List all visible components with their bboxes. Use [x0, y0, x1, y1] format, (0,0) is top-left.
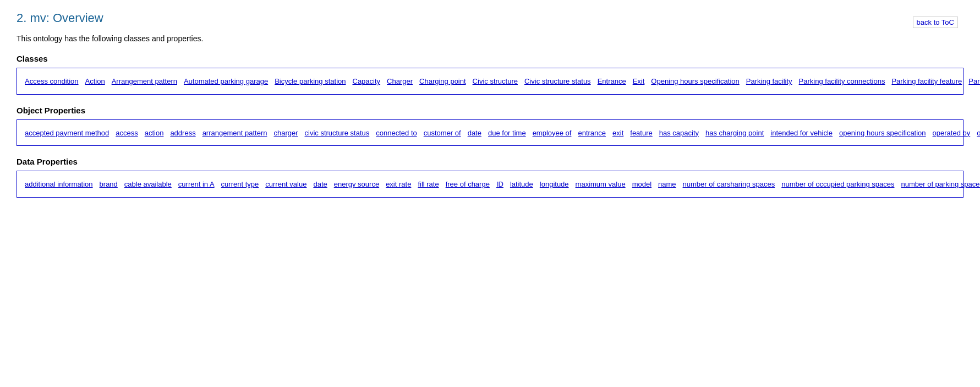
- link-operated-by[interactable]: operated by: [933, 129, 971, 137]
- link-action[interactable]: action: [145, 129, 164, 137]
- link-has-charging-point[interactable]: has charging point: [705, 129, 764, 137]
- intro-text: This ontology has the following classes …: [17, 34, 963, 43]
- link-civic-structure-status[interactable]: civic structure status: [305, 129, 370, 137]
- link-civic-structure-status[interactable]: Civic structure status: [524, 77, 591, 85]
- link-intended-for-vehicle[interactable]: intended for vehicle: [770, 129, 833, 137]
- link-current-type[interactable]: current type: [221, 180, 259, 188]
- link-exit[interactable]: exit: [612, 129, 623, 137]
- link-access-condition[interactable]: Access condition: [25, 77, 79, 85]
- link-fill-rate[interactable]: fill rate: [418, 180, 439, 188]
- link-date[interactable]: date: [468, 129, 481, 137]
- link-automated-parking-garage[interactable]: Automated parking garage: [184, 77, 268, 85]
- link-id[interactable]: ID: [496, 180, 503, 188]
- link-parking-facility-connections[interactable]: Parking facility connections: [799, 77, 885, 85]
- link-latitude[interactable]: latitude: [510, 180, 533, 188]
- link-opening-hours-specification[interactable]: opening hours specification: [839, 129, 926, 137]
- section-box-object-properties: accepted payment methodaccessactionaddre…: [17, 119, 963, 146]
- link-exit-rate[interactable]: exit rate: [386, 180, 411, 188]
- section-box-data-properties: additional informationbrandcable availab…: [17, 171, 963, 198]
- link-address[interactable]: address: [170, 129, 195, 137]
- link-name[interactable]: name: [658, 180, 676, 188]
- link-charger[interactable]: Charger: [387, 77, 413, 85]
- link-due-for-time[interactable]: due for time: [488, 129, 526, 137]
- link-current-in-a[interactable]: current in A: [178, 180, 215, 188]
- link-bicycle-parking-station[interactable]: Bicycle parking station: [275, 77, 346, 85]
- link-number-of-carsharing-spaces[interactable]: number of carsharing spaces: [683, 180, 775, 188]
- link-arrangement-pattern[interactable]: arrangement pattern: [202, 129, 267, 137]
- link-capacity[interactable]: Capacity: [353, 77, 381, 85]
- section-title-data-properties: Data Properties: [17, 157, 963, 166]
- link-date[interactable]: date: [313, 180, 327, 188]
- link-accepted-payment-method[interactable]: accepted payment method: [25, 129, 109, 137]
- page-title: 2. mv: Overview: [17, 11, 963, 25]
- link-entrance[interactable]: Entrance: [598, 77, 626, 85]
- back-to-toc-link[interactable]: back to ToC: [913, 17, 958, 28]
- link-cable-available[interactable]: cable available: [124, 180, 172, 188]
- link-employee-of[interactable]: employee of: [533, 129, 572, 137]
- link-exit[interactable]: Exit: [633, 77, 645, 85]
- link-parking-facility[interactable]: Parking facility: [746, 77, 792, 85]
- link-entrance[interactable]: entrance: [578, 129, 606, 137]
- link-parking-garage[interactable]: Parking garage: [968, 77, 980, 85]
- link-number-of-occupied-parking-spaces[interactable]: number of occupied parking spaces: [781, 180, 894, 188]
- link-number-of-parking-spaces-for-bicycles[interactable]: number of parking spaces for bicycles: [901, 180, 980, 188]
- link-brand[interactable]: brand: [100, 180, 118, 188]
- link-longitude[interactable]: longitude: [540, 180, 569, 188]
- link-owned-by[interactable]: owned by: [977, 129, 980, 137]
- link-additional-information[interactable]: additional information: [25, 180, 93, 188]
- section-title-object-properties: Object Properties: [17, 106, 963, 115]
- link-customer-of[interactable]: customer of: [424, 129, 461, 137]
- link-has-capacity[interactable]: has capacity: [659, 129, 699, 137]
- link-charger[interactable]: charger: [273, 129, 298, 137]
- link-connected-to[interactable]: connected to: [376, 129, 417, 137]
- link-civic-structure[interactable]: Civic structure: [473, 77, 518, 85]
- section-title-classes: Classes: [17, 54, 963, 63]
- link-access[interactable]: access: [116, 129, 138, 137]
- link-opening-hours-specification[interactable]: Opening hours specification: [651, 77, 739, 85]
- link-action[interactable]: Action: [85, 77, 105, 85]
- section-box-classes: Access conditionActionArrangement patter…: [17, 68, 963, 95]
- link-arrangement-pattern[interactable]: Arrangement pattern: [112, 77, 177, 85]
- link-feature[interactable]: feature: [630, 129, 652, 137]
- link-energy-source[interactable]: energy source: [334, 180, 379, 188]
- link-free-of-charge[interactable]: free of charge: [446, 180, 490, 188]
- link-maximum-value[interactable]: maximum value: [576, 180, 626, 188]
- link-charging-point[interactable]: Charging point: [419, 77, 466, 85]
- link-parking-facility-feature[interactable]: Parking facility feature: [891, 77, 962, 85]
- link-current-value[interactable]: current value: [265, 180, 306, 188]
- link-model[interactable]: model: [632, 180, 651, 188]
